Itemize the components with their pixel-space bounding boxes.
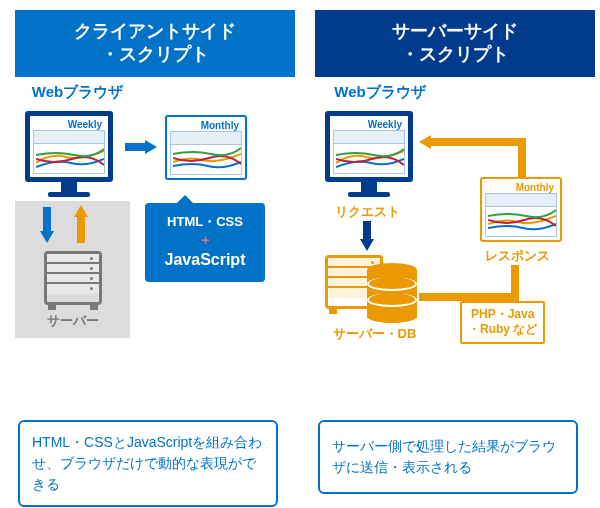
chart-lines-icon [488,208,556,236]
response-label: レスポンス [485,247,550,265]
request-arrow-stem [363,221,371,239]
server-footer-text: サーバー側で処理した結果がブラウザに送信・表示される [318,420,578,494]
arrow-left-icon [419,135,431,149]
arrow-up-stem [77,217,85,243]
response-path-v [518,138,526,178]
server-header: サーバーサイド ・スクリプト [315,10,595,77]
chart-lines-icon [36,145,104,173]
arrow-right-head [145,140,157,154]
response-monitor-monthly: Monthly [480,177,562,242]
chart-lines-icon [336,145,404,173]
chart-label: Weekly [333,119,405,130]
browser-monitor-weekly: Weekly [25,111,113,197]
header-text: サーバーサイド [392,21,518,41]
arrow-down-stem [43,207,51,231]
server-db-label: サーバー・DB [327,325,422,343]
browser-monitor-weekly: Weekly [325,111,413,197]
request-arrow-icon [360,239,374,251]
arrow-down-icon [40,231,54,243]
server-icon [44,251,102,310]
arrow-up-icon [74,205,88,217]
client-side-panel: クライアントサイド ・スクリプト Webブラウザ Weekly [15,10,295,413]
server-response-path-h [419,293,519,301]
arrow-right-icon [125,143,145,151]
callout-js: JavaScript [165,251,246,268]
server-side-panel: サーバーサイド ・スクリプト Webブラウザ Weekly [315,10,595,413]
header-text2: ・スクリプト [401,44,509,64]
server-response-path-v [511,265,519,301]
header-text: クライアントサイド [74,21,236,41]
header-text2: ・スクリプト [101,44,209,64]
client-header: クライアントサイド ・スクリプト [15,10,295,77]
request-label: リクエスト [335,203,400,221]
response-path-h [431,138,526,146]
chart-label: Weekly [33,119,105,130]
server-label: サーバー [23,312,122,330]
chart-label: Monthly [485,182,557,193]
callout-htmlcss: HTML・CSS [167,214,243,229]
callout-plus: ＋ [199,232,212,247]
database-icon [367,263,417,323]
browser-label: Webブラウザ [20,83,135,102]
chart-lines-icon [173,146,241,174]
langs1: PHP・Java [471,307,534,321]
tech-callout: HTML・CSS ＋ JavaScript [145,203,265,282]
server-box: サーバー [15,201,130,338]
client-footer-text: HTML・CSSとJavaScriptを組み合わせ、ブラウザだけで動的な表現がで… [18,420,278,507]
browser-label: Webブラウザ [320,83,440,102]
browser-monitor-monthly: Monthly [165,115,247,180]
chart-label: Monthly [170,120,242,131]
langs2: ・Ruby など [468,322,537,336]
server-languages-box: PHP・Java ・Ruby など [460,301,545,344]
